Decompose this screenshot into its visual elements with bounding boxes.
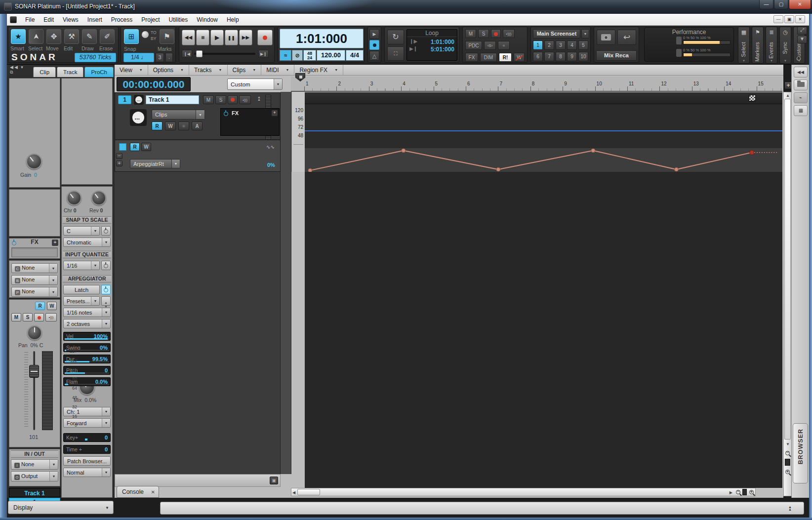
v-zoom-out-icon[interactable] xyxy=(785,451,790,455)
screenset-9-button[interactable]: 9 xyxy=(567,52,577,61)
screenset-3-button[interactable]: 3 xyxy=(556,40,566,50)
loop-start-row[interactable]: ❙▶ 1:01:000 xyxy=(407,37,457,44)
fx-slot[interactable] xyxy=(11,247,58,257)
lane-remove-icon[interactable]: − xyxy=(116,153,122,159)
envelope-end-node[interactable] xyxy=(750,150,754,155)
track-auto-w-button[interactable]: W xyxy=(165,121,176,130)
menu-process[interactable]: Process xyxy=(107,14,137,25)
screenset-10-button[interactable]: 10 xyxy=(578,52,588,61)
screenset-caret[interactable]: ▼ xyxy=(581,29,589,39)
lane-read-button[interactable]: R xyxy=(130,143,140,151)
scale-root-selector[interactable]: C▼ xyxy=(63,226,100,236)
chorus-knob[interactable] xyxy=(67,191,81,205)
track-auto-offset-button[interactable]: ✳ xyxy=(178,121,189,130)
h-zoom-slider[interactable] xyxy=(742,489,747,495)
metronome-icon[interactable]: △ xyxy=(369,51,379,61)
exclusive-solo-icon[interactable]: ‹S› xyxy=(484,41,496,50)
volume-fader-thumb[interactable] xyxy=(29,365,39,378)
arp-range-selector[interactable]: 2 octaves▼ xyxy=(63,319,111,328)
quantize-resolution-selector[interactable]: 1/16▼ xyxy=(63,261,100,270)
arp-flam-slider[interactable]: Flam0.0% xyxy=(63,377,111,386)
undo-icon[interactable]: ↩ xyxy=(617,30,636,45)
automation-envelope[interactable] xyxy=(305,148,782,172)
screenset-5-button[interactable]: 5 xyxy=(578,40,588,50)
horizontal-scrollbar[interactable]: ◀ ▶ xyxy=(291,488,756,496)
bank-mode-selector[interactable]: Normal▼ xyxy=(63,468,111,477)
output-selector[interactable]: O Output ▼ xyxy=(11,471,58,481)
edit-filter-selector[interactable]: Clips ▼ xyxy=(152,110,205,120)
volume-fader-track[interactable] xyxy=(33,351,35,430)
h-zoom-in-icon[interactable] xyxy=(749,490,754,494)
browser-collapse-icon[interactable]: ◀◀ xyxy=(794,67,808,78)
snap-value[interactable]: 1/4 ♩ xyxy=(123,53,154,62)
loop-toggle-icon[interactable]: ↻ xyxy=(387,30,404,44)
landmarks-icon[interactable]: ⚑ xyxy=(160,29,174,44)
menu-edit[interactable]: Edit xyxy=(39,14,58,25)
draw-tool-icon[interactable]: ✎ xyxy=(82,29,97,44)
mdi-minimize-button[interactable]: — xyxy=(773,15,783,23)
snap-to-scale-power-icon[interactable] xyxy=(101,226,111,236)
screenset-selector[interactable]: Main Screenset xyxy=(533,29,580,39)
insert-track-icon[interactable]: ▣ xyxy=(270,477,278,484)
tv-menu-clips[interactable]: Clips▼ xyxy=(228,65,262,76)
scroll-up-icon[interactable]: ▲ xyxy=(786,93,790,98)
mix-recall-button[interactable]: Mix Reca xyxy=(596,50,637,61)
scroll-down-icon[interactable]: ▼ xyxy=(786,442,790,446)
input-echo-button[interactable]: •))) xyxy=(45,313,57,321)
v-zoom-slider[interactable] xyxy=(785,459,790,466)
solo-button[interactable]: S xyxy=(23,313,33,321)
meter-readout[interactable]: 4824 xyxy=(303,50,316,61)
console-tab[interactable]: Console ✕ xyxy=(117,486,159,498)
snap-triplet-button[interactable]: 3 xyxy=(156,53,164,62)
h-scroll-thumb[interactable] xyxy=(297,489,320,495)
menu-project[interactable]: Project xyxy=(137,14,164,25)
module-tab-events[interactable]: ≣Events▼ xyxy=(766,27,777,64)
lane-write-button[interactable]: W xyxy=(141,143,151,151)
mix-dim-button[interactable]: DIM xyxy=(480,53,497,62)
lane-color-chip[interactable] xyxy=(119,143,126,151)
fx-add-icon[interactable]: + xyxy=(52,240,58,246)
lane-parameter-selector[interactable]: ArpeggiatrRt ▼ xyxy=(130,159,180,168)
track-auto-r-button[interactable]: R xyxy=(152,121,162,130)
mix-pdc-button[interactable]: PDC xyxy=(465,41,482,50)
track-clip-area[interactable] xyxy=(305,104,782,148)
screenshot-camera-icon[interactable] xyxy=(597,30,615,45)
mix-r-button[interactable]: R! xyxy=(499,53,512,62)
mute-preview-icon[interactable]: ⊘ xyxy=(292,50,303,61)
empty-track-area[interactable] xyxy=(305,172,782,488)
send-selector-b[interactable]: B None▼ xyxy=(11,275,58,285)
mdi-restore-button[interactable]: ▣ xyxy=(784,15,794,23)
go-to-start-button[interactable]: ❙◀ xyxy=(182,50,192,58)
input-quantize-power-icon[interactable] xyxy=(101,261,111,270)
screenset-4-button[interactable]: 4 xyxy=(567,40,577,50)
console-collapsed-bar[interactable]: ▲▲ xyxy=(160,502,804,515)
mix-record-icon[interactable] xyxy=(491,29,501,38)
mix-w-button[interactable]: W xyxy=(514,53,525,62)
arp-latch-button[interactable]: Latch xyxy=(63,285,100,294)
aux-record-button[interactable] xyxy=(369,40,379,50)
arp-preset-stepper[interactable]: ▲▼ xyxy=(101,296,111,306)
media-folder-icon[interactable] xyxy=(794,80,808,90)
v-zoom-in-icon[interactable] xyxy=(785,470,790,474)
envelope-node[interactable] xyxy=(496,167,500,171)
inspector-tab-track[interactable]: Track xyxy=(57,67,83,77)
arm-button[interactable] xyxy=(34,313,44,321)
automation-read-button[interactable]: R xyxy=(35,302,45,310)
mdi-close-button[interactable]: ✕ xyxy=(795,15,805,23)
track-auto-a-button[interactable]: A xyxy=(192,121,203,130)
arp-power-icon[interactable] xyxy=(101,285,111,294)
track-collapse-icon[interactable]: ▲▲ xyxy=(257,96,261,101)
expand-console-icon[interactable]: ▲▲ xyxy=(788,506,792,511)
arp-pitch-slider[interactable]: Pitch0 xyxy=(63,366,111,375)
now-time-display[interactable]: 1:01:000 xyxy=(280,29,364,48)
menu-insert[interactable]: Insert xyxy=(83,14,107,25)
smart-tool-icon[interactable]: ★ xyxy=(11,29,26,44)
arp-channel-selector[interactable]: Ch: 1▼ xyxy=(63,407,111,416)
maximize-button[interactable]: ▢ xyxy=(774,0,788,9)
vertical-scrollbar[interactable]: ▲ ▼ xyxy=(783,92,792,496)
module-tab-select[interactable]: ▦Select▼ xyxy=(738,27,750,64)
scroll-right-icon[interactable]: ▶ xyxy=(730,490,732,495)
tv-menu-view[interactable]: View▼ xyxy=(115,65,148,76)
timeline-ruler[interactable]: 123456789101112131415 xyxy=(291,77,782,92)
rewind-button[interactable]: ◀◀ xyxy=(182,30,195,45)
